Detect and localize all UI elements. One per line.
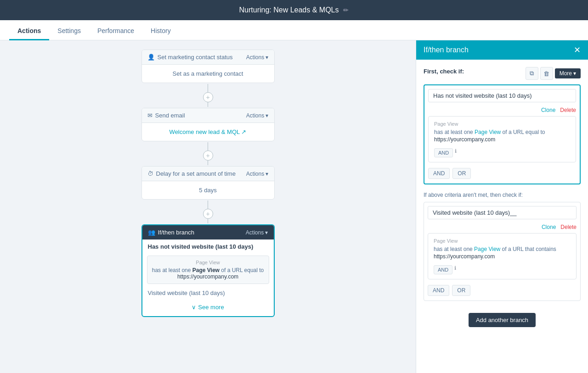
copy-branch-toolbar-btn[interactable]: ⧉: [526, 67, 538, 80]
second-check-label: If above criteria aren't met, then check…: [424, 192, 581, 198]
info-icon-1: ℹ: [455, 148, 457, 154]
add-step-btn-1[interactable]: +: [203, 92, 213, 102]
node-header-send-email: ✉ Send email Actions ▾: [142, 108, 274, 123]
branch1-name-input[interactable]: [428, 89, 576, 102]
user-icon: 👤: [147, 54, 155, 61]
branch2-and-btn[interactable]: AND: [434, 265, 452, 274]
node-header-label-set-marketing: Set marketing contact status: [158, 54, 233, 61]
branch1-condition-label-node: Page View: [152, 260, 264, 265]
panel-body: First, check if: ⧉ 🗑 More ▾ Clone D: [416, 60, 588, 373]
info-icon-2: ℹ: [454, 265, 456, 271]
edit-title-icon[interactable]: ✏: [343, 6, 349, 14]
branch1-condition-node: Page View has at least one Page View of …: [147, 256, 269, 284]
node-body-delay: 5 days: [142, 181, 274, 199]
node-header-label-ifthen: If/then branch: [158, 229, 195, 236]
node-header-label-send-email: Send email: [155, 112, 185, 119]
connector-line-1: [208, 84, 208, 92]
more-btn[interactable]: More ▾: [555, 68, 581, 78]
right-panel: If/then branch ✕ First, check if: ⧉ 🗑 Mo…: [416, 40, 588, 373]
node-header-label-delay: Delay for a set amount of time: [156, 170, 236, 177]
branch1-actions-row: Clone Delete: [424, 106, 580, 116]
tab-performance[interactable]: Performance: [89, 22, 142, 40]
branch1-condition-card: Page View has at least one Page View of …: [428, 116, 576, 162]
topbar: Nurturing: New Leads & MQLs ✏: [0, 0, 588, 20]
panel-close-btn[interactable]: ✕: [574, 46, 581, 54]
connector-line-after-2: [208, 161, 208, 165]
branch2-card: Clone Delete Page View has at least one …: [424, 202, 581, 301]
connector-line-after-3: [208, 219, 208, 223]
branch2-condition-text: has at least one Page View of a URL that…: [434, 245, 571, 253]
node-set-marketing: 👤 Set marketing contact status Actions ▾…: [141, 50, 275, 83]
connector-1: +: [203, 84, 213, 107]
connector-line-2: [208, 142, 208, 150]
branch1-clone-btn[interactable]: Clone: [541, 107, 555, 113]
panel-header: If/then branch ✕: [416, 40, 588, 60]
node-actions-btn-ifthen[interactable]: Actions ▾: [246, 229, 268, 236]
branch1-condition-label: Page View: [434, 121, 570, 127]
external-link-icon: ↗: [241, 128, 246, 135]
branch2-delete-btn[interactable]: Delete: [560, 224, 577, 230]
branch2-clone-btn[interactable]: Clone: [542, 224, 556, 230]
branch1-add-condition-row: AND OR: [424, 166, 580, 184]
connector-line-after-1: [208, 102, 208, 107]
add-branch-btn[interactable]: Add another branch: [469, 313, 536, 327]
node-delay: ⏱ Delay for a set amount of time Actions…: [141, 166, 275, 200]
branch1-add-and-btn[interactable]: AND: [428, 168, 450, 179]
branch1-title-node: Has not visited website (last 10 days): [142, 239, 274, 252]
add-step-btn-3[interactable]: +: [203, 209, 213, 219]
node-header-delay: ⏱ Delay for a set amount of time Actions…: [142, 167, 274, 181]
node-actions-btn-delay[interactable]: Actions ▾: [246, 171, 269, 177]
nav-tabs: Actions Settings Performance History: [0, 20, 588, 40]
branch2-add-or-btn[interactable]: OR: [452, 285, 470, 296]
branch2-condition-card: Page View has at least one Page View of …: [428, 233, 577, 279]
branch1-delete-btn[interactable]: Delete: [560, 107, 576, 113]
node-actions-btn-send-email[interactable]: Actions ▾: [246, 112, 269, 119]
branch1-condition-text: has at least one Page View of a URL equa…: [434, 128, 570, 136]
connector-2: +: [203, 142, 213, 165]
delete-branch-toolbar-btn[interactable]: 🗑: [540, 67, 553, 80]
branch1-condition-text-node: has at least one Page View of a URL equa…: [152, 267, 264, 280]
connector-line-3: [208, 200, 208, 209]
branch2-condition-url: https://yourcompany.com: [434, 253, 571, 260]
see-more-btn[interactable]: ∨ See more: [142, 300, 274, 314]
tab-settings[interactable]: Settings: [49, 22, 89, 40]
node-actions-btn-set-marketing[interactable]: Actions ▾: [246, 54, 269, 61]
branch2-title-node: Visited website (last 10 days): [142, 288, 274, 300]
first-check-label: First, check if:: [424, 68, 464, 75]
node-header-set-marketing: 👤 Set marketing contact status Actions ▾: [142, 50, 274, 65]
node-send-email: ✉ Send email Actions ▾ Welcome new lead …: [141, 108, 275, 141]
workflow-title: Nurturing: New Leads & MQLs: [239, 6, 339, 14]
node-header-ifthen: 👥 If/then branch Actions ▾: [142, 225, 274, 239]
branch2-name-input[interactable]: [428, 206, 577, 219]
connector-3: +: [203, 200, 213, 223]
branch1-add-or-btn[interactable]: OR: [452, 168, 471, 179]
branch2-condition-label: Page View: [434, 238, 571, 244]
branch2-add-condition-row: AND OR: [424, 283, 580, 301]
delay-icon: ⏱: [147, 170, 153, 177]
branch1-condition-url: https://yourcompany.com: [434, 136, 570, 143]
main-layout: 👤 Set marketing contact status Actions ▾…: [0, 40, 588, 373]
branch2-actions-row: Clone Delete: [424, 223, 580, 233]
tab-actions[interactable]: Actions: [9, 22, 49, 40]
email-link[interactable]: Welcome new lead & MQL ↗: [170, 128, 247, 135]
tab-history[interactable]: History: [142, 22, 179, 40]
chevron-down-icon: ∨: [192, 304, 196, 311]
workflow-canvas: 👤 Set marketing contact status Actions ▾…: [0, 40, 416, 373]
node-ifthen: 👥 If/then branch Actions ▾ Has not visit…: [141, 224, 275, 317]
branch1-card: Clone Delete Page View has at least one …: [424, 84, 581, 184]
panel-title: If/then branch: [424, 46, 469, 54]
branch-icon: 👥: [148, 229, 155, 236]
add-step-btn-2[interactable]: +: [203, 150, 213, 161]
node-body-set-marketing: Set as a marketing contact: [142, 65, 274, 83]
branch2-add-and-btn[interactable]: AND: [428, 285, 449, 296]
node-body-send-email: Welcome new lead & MQL ↗: [142, 123, 274, 141]
chevron-down-icon-more: ▾: [573, 70, 576, 77]
email-icon: ✉: [147, 112, 153, 119]
branch1-and-btn[interactable]: AND: [434, 148, 453, 157]
